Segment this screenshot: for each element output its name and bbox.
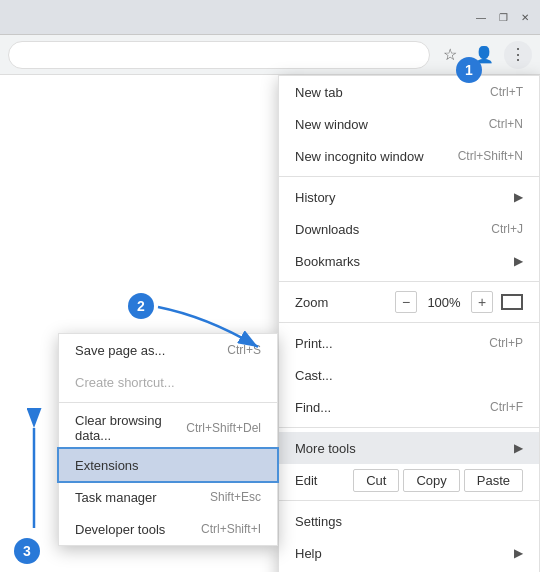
divider-4: [279, 427, 539, 428]
paste-button[interactable]: Paste: [464, 469, 523, 492]
annotation-1: 1: [456, 57, 482, 83]
zoom-controls: − 100% +: [395, 291, 523, 313]
window-titlebar: — ❐ ✕: [0, 0, 540, 35]
new-window-label: New window: [295, 117, 368, 132]
task-manager-item[interactable]: Task manager Shift+Esc: [59, 481, 277, 513]
new-tab-item[interactable]: New tab Ctrl+T: [279, 76, 539, 108]
cut-button[interactable]: Cut: [353, 469, 399, 492]
more-tools-label: More tools: [295, 441, 356, 456]
new-tab-shortcut: Ctrl+T: [490, 85, 523, 99]
main-menu: New tab Ctrl+T New window Ctrl+N New inc…: [278, 75, 540, 572]
divider-5: [279, 500, 539, 501]
edit-buttons: Cut Copy Paste: [353, 469, 523, 492]
zoom-label: Zoom: [295, 295, 328, 310]
bookmarks-arrow: ▶: [514, 254, 523, 268]
incognito-shortcut: Ctrl+Shift+N: [458, 149, 523, 163]
menu-icon[interactable]: ⋮: [504, 41, 532, 69]
help-item[interactable]: Help ▶: [279, 537, 539, 569]
bookmarks-label: Bookmarks: [295, 254, 360, 269]
developer-tools-item[interactable]: Developer tools Ctrl+Shift+I: [59, 513, 277, 545]
zoom-plus-button[interactable]: +: [471, 291, 493, 313]
zoom-value: 100%: [425, 295, 463, 310]
settings-item[interactable]: Settings: [279, 505, 539, 537]
close-button[interactable]: ✕: [518, 10, 532, 24]
arrow-2: [148, 297, 278, 377]
more-tools-item[interactable]: More tools ▶: [279, 432, 539, 464]
annotation-3: 3: [14, 538, 40, 564]
find-shortcut: Ctrl+F: [490, 400, 523, 414]
print-item[interactable]: Print... Ctrl+P: [279, 327, 539, 359]
incognito-item[interactable]: New incognito window Ctrl+Shift+N: [279, 140, 539, 172]
help-arrow: ▶: [514, 546, 523, 560]
history-label: History: [295, 190, 335, 205]
cast-item[interactable]: Cast...: [279, 359, 539, 391]
cast-label: Cast...: [295, 368, 333, 383]
clear-browsing-label: Clear browsing data...: [75, 413, 186, 443]
extensions-label: Extensions: [75, 458, 139, 473]
zoom-row: Zoom − 100% +: [279, 286, 539, 318]
divider-2: [279, 281, 539, 282]
history-item[interactable]: History ▶: [279, 181, 539, 213]
print-label: Print...: [295, 336, 333, 351]
divider-1: [279, 176, 539, 177]
arrow-3: [26, 418, 56, 538]
task-manager-label: Task manager: [75, 490, 157, 505]
developer-tools-label: Developer tools: [75, 522, 165, 537]
more-tools-arrow: ▶: [514, 441, 523, 455]
downloads-shortcut: Ctrl+J: [491, 222, 523, 236]
clear-browsing-shortcut: Ctrl+Shift+Del: [186, 421, 261, 435]
new-window-item[interactable]: New window Ctrl+N: [279, 108, 539, 140]
find-item[interactable]: Find... Ctrl+F: [279, 391, 539, 423]
print-shortcut: Ctrl+P: [489, 336, 523, 350]
downloads-item[interactable]: Downloads Ctrl+J: [279, 213, 539, 245]
developer-tools-shortcut: Ctrl+Shift+I: [201, 522, 261, 536]
downloads-label: Downloads: [295, 222, 359, 237]
edit-row: Edit Cut Copy Paste: [279, 464, 539, 496]
fullscreen-button[interactable]: [501, 294, 523, 310]
maximize-button[interactable]: ❐: [496, 10, 510, 24]
task-manager-shortcut: Shift+Esc: [210, 490, 261, 504]
history-arrow: ▶: [514, 190, 523, 204]
extensions-item[interactable]: Extensions: [59, 449, 277, 481]
bookmarks-item[interactable]: Bookmarks ▶: [279, 245, 539, 277]
window-controls: — ❐ ✕: [474, 10, 532, 24]
new-tab-label: New tab: [295, 85, 343, 100]
submenu-divider: [59, 402, 277, 403]
divider-3: [279, 322, 539, 323]
new-window-shortcut: Ctrl+N: [489, 117, 523, 131]
find-label: Find...: [295, 400, 331, 415]
minimize-button[interactable]: —: [474, 10, 488, 24]
incognito-label: New incognito window: [295, 149, 424, 164]
zoom-minus-button[interactable]: −: [395, 291, 417, 313]
clear-browsing-item[interactable]: Clear browsing data... Ctrl+Shift+Del: [59, 407, 277, 449]
settings-label: Settings: [295, 514, 342, 529]
page-content: New tab Ctrl+T New window Ctrl+N New inc…: [0, 75, 540, 572]
edit-label: Edit: [295, 473, 353, 488]
help-label: Help: [295, 546, 322, 561]
address-bar[interactable]: [8, 41, 430, 69]
copy-button[interactable]: Copy: [403, 469, 459, 492]
